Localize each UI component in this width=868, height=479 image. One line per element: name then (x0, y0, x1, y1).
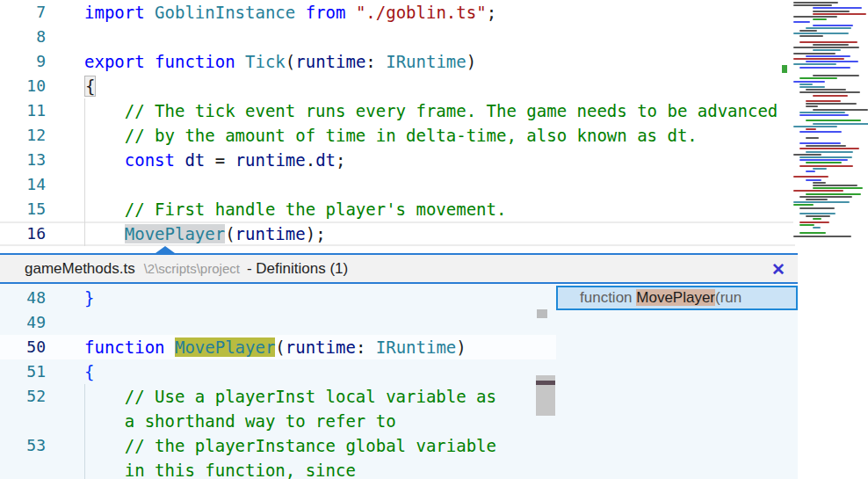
minimap-line (799, 114, 849, 116)
minimap-line (813, 168, 827, 170)
minimap-line (806, 120, 861, 121)
token: ) (467, 52, 476, 71)
token: : (365, 52, 386, 71)
definition-item-selected[interactable]: function MovePlayer(run (556, 286, 798, 310)
minimap-line (793, 33, 849, 34)
code-text: // by the amount of time in delta-time, … (84, 123, 795, 148)
line-number: 8 (0, 25, 46, 49)
code-line-11[interactable]: 11 // The tick event runs every frame. T… (0, 98, 795, 123)
minimap-line (813, 95, 848, 97)
minimap-line (813, 227, 821, 229)
token: ( (275, 337, 285, 357)
minimap-line (799, 30, 817, 32)
peek-body: 48}4950function MovePlayer(runtime: IRun… (0, 286, 798, 479)
peek-file-path: \2\scripts\project (144, 261, 240, 276)
code-line-16[interactable]: 16 MovePlayer(runtime); (0, 221, 795, 246)
minimap-line (799, 207, 835, 209)
code-text: { (84, 74, 795, 98)
code-line-9[interactable]: 9export function Tick(runtime: IRuntime) (0, 49, 795, 74)
token: IRuntime (386, 52, 467, 71)
code-line-15[interactable]: 15 // First handle the player's movement… (0, 197, 795, 221)
minimap-line (806, 100, 841, 102)
code-line-50[interactable]: 50function MovePlayer(runtime: IRuntime) (0, 335, 556, 359)
minimap-line (799, 224, 814, 226)
minimap-line (806, 145, 846, 147)
code-text: a shorthand way to refer to (84, 409, 556, 433)
minimap-line (806, 61, 858, 62)
minimap-line (799, 142, 841, 144)
code-line-13[interactable]: 13 const dt = runtime.dt; (0, 148, 795, 172)
token: runtime (295, 52, 365, 71)
peek-code-editor[interactable]: 48}4950function MovePlayer(runtime: IRun… (0, 286, 556, 479)
code-line-49[interactable]: 49 (0, 310, 556, 335)
token: ; (336, 150, 345, 170)
minimap-line (793, 236, 851, 237)
definition-match: MovePlayer (636, 289, 715, 306)
code-line-8[interactable]: 8 (0, 25, 795, 49)
token: { (84, 362, 94, 381)
token: ); (306, 224, 326, 243)
code-line-10[interactable]: 10{ (0, 74, 795, 98)
minimap[interactable] (793, 0, 868, 237)
minimap-line (813, 49, 841, 51)
code-line-12[interactable]: 12 // by the amount of time in delta-tim… (0, 123, 795, 148)
minimap-line (793, 21, 810, 23)
minimap-line (813, 7, 862, 9)
editor-code-lines: 7import GoblinInstance from "./goblin.ts… (0, 0, 868, 246)
code-line-wrap[interactable]: a shorthand way to refer to (0, 409, 556, 433)
line-number: 16 (0, 223, 46, 244)
token: // the playerInstance global variable (84, 436, 496, 455)
code-text: // Use a playerInst local variable as (84, 384, 556, 409)
editor-pane[interactable]: 7import GoblinInstance from "./goblin.ts… (0, 0, 868, 253)
minimap-line (813, 218, 821, 220)
code-line-7[interactable]: 7import GoblinInstance from "./goblin.ts… (0, 0, 795, 25)
minimap-line (793, 47, 859, 48)
minimap-line (806, 105, 818, 107)
token: { (84, 76, 96, 97)
minimap-line (799, 41, 857, 43)
line-number: 12 (0, 123, 46, 148)
code-line-51[interactable]: 51{ (0, 359, 556, 384)
code-line-52[interactable]: 52 // Use a playerInst local variable as (0, 384, 556, 409)
minimap-line (813, 75, 859, 76)
code-line-53[interactable]: 53 // the playerInstance global variable (0, 433, 556, 458)
code-line-wrap[interactable]: in this function, since (0, 458, 556, 479)
minimap-line (799, 77, 837, 79)
overview-ruler-marker (537, 309, 547, 318)
minimap-line (799, 148, 859, 149)
minimap-line (793, 126, 837, 127)
line-number: 50 (0, 335, 46, 359)
token: export (84, 52, 155, 71)
token: : (356, 337, 376, 357)
code-text: function MovePlayer(runtime: IRuntime) (84, 335, 556, 359)
code-text: const dt = runtime.dt; (84, 148, 795, 172)
code-line-14[interactable]: 14 (0, 172, 795, 197)
minimap-line (793, 201, 850, 203)
code-line-48[interactable]: 48} (0, 286, 556, 310)
minimap-line (793, 81, 825, 83)
token: runtime (286, 337, 356, 357)
indent-guide (84, 98, 85, 246)
line-number: 13 (0, 148, 46, 172)
minimap-line (813, 11, 850, 12)
token: // by the amount of time in delta-time, … (84, 126, 698, 145)
minimap-line (799, 232, 826, 234)
minimap-line (813, 109, 868, 111)
minimap-line (793, 4, 832, 6)
minimap-line (793, 53, 835, 54)
token: function (155, 52, 245, 71)
minimap-line (799, 86, 825, 88)
peek-header: gameMethods.ts \2\scripts\project - Defi… (0, 255, 798, 284)
minimap-line (806, 128, 816, 130)
minimap-line (799, 213, 835, 214)
code-text: import GoblinInstance from "./goblin.ts"… (84, 0, 795, 25)
line-number: 53 (0, 433, 46, 458)
token: ; (487, 3, 496, 22)
close-icon[interactable]: ✕ (767, 258, 790, 280)
peek-file-title: gameMethods.ts (25, 260, 135, 278)
definition-prefix: function (580, 289, 636, 306)
minimap-line (813, 182, 826, 184)
token: MovePlayer (125, 224, 225, 243)
token: = (205, 150, 235, 170)
minimap-line (813, 25, 853, 26)
